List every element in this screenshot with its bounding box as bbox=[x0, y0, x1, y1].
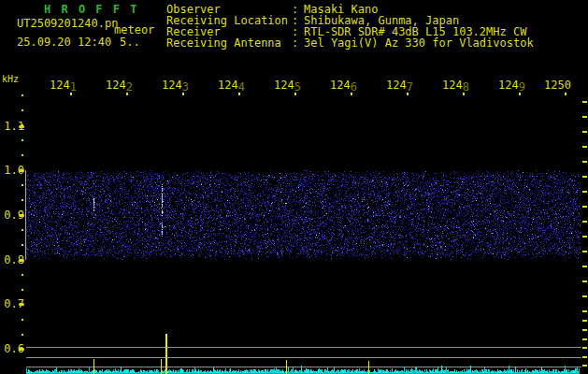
time-tick bbox=[519, 93, 521, 95]
time-label: 1243 bbox=[162, 79, 189, 91]
echo-counter: 5.. bbox=[120, 36, 140, 48]
right-tick bbox=[582, 176, 587, 178]
time-label: 1245 bbox=[274, 79, 301, 91]
app-title: H R O F F T bbox=[44, 4, 138, 15]
band-edge-marker bbox=[25, 170, 26, 260]
time-tick bbox=[182, 93, 184, 95]
freq-minor-tick bbox=[22, 124, 23, 126]
freq-minor-tick bbox=[22, 184, 23, 186]
level-line bbox=[26, 347, 581, 348]
time-label: 1246 bbox=[330, 79, 357, 91]
right-tick bbox=[582, 356, 587, 358]
time-label: 1242 bbox=[106, 79, 133, 91]
freq-minor-tick bbox=[22, 154, 23, 156]
freq-minor-tick bbox=[22, 274, 23, 276]
freq-minor-tick bbox=[22, 109, 23, 111]
level-line bbox=[26, 357, 581, 358]
time-tick bbox=[238, 93, 240, 95]
time-label: 1241 bbox=[50, 79, 77, 91]
right-tick bbox=[582, 295, 587, 297]
freq-minor-tick bbox=[22, 214, 23, 216]
meteor-spike bbox=[368, 361, 369, 374]
freq-minor-tick bbox=[22, 229, 23, 231]
right-tick bbox=[582, 365, 587, 367]
freq-major-tick bbox=[19, 348, 24, 351]
capture-filename: UT2509201240.pn bbox=[17, 18, 118, 29]
freq-minor-tick bbox=[22, 244, 23, 246]
time-label: 1244 bbox=[218, 79, 245, 91]
time-tick bbox=[351, 93, 352, 95]
time-tick bbox=[294, 93, 296, 95]
freq-minor-tick bbox=[22, 94, 23, 96]
right-tick bbox=[582, 221, 587, 223]
time-tick bbox=[565, 93, 566, 95]
hrofft-window: H R O F F T UT2509201240.pn meteor 25.09… bbox=[0, 0, 588, 374]
right-tick bbox=[582, 329, 587, 331]
freq-minor-tick bbox=[22, 169, 23, 171]
time-label: 1249 bbox=[498, 79, 525, 91]
right-tick bbox=[582, 347, 587, 349]
freq-axis-unit: kHz bbox=[2, 75, 19, 84]
time-label: 1247 bbox=[386, 79, 413, 91]
freq-minor-tick bbox=[22, 319, 23, 321]
signal-level-trace bbox=[26, 360, 580, 374]
freq-minor-tick bbox=[22, 139, 23, 141]
time-tick bbox=[407, 93, 409, 95]
station-value: 3el Yagi(V) Az 330 for Vladivostok bbox=[304, 37, 534, 49]
right-tick bbox=[582, 251, 587, 252]
meteor-spike bbox=[93, 359, 94, 374]
right-tick bbox=[582, 236, 587, 237]
right-tick bbox=[582, 338, 587, 340]
freq-minor-tick bbox=[22, 259, 23, 261]
right-tick bbox=[582, 280, 587, 282]
station-separator: : bbox=[292, 37, 298, 49]
meteor-spike bbox=[286, 360, 287, 374]
right-tick bbox=[582, 146, 587, 148]
right-tick bbox=[582, 266, 587, 267]
freq-minor-tick bbox=[22, 334, 23, 336]
station-label: Receiving Antenna bbox=[166, 37, 281, 49]
meteor-spike bbox=[165, 334, 167, 374]
freq-minor-tick bbox=[22, 199, 23, 201]
freq-minor-tick bbox=[22, 289, 23, 291]
time-label: 1248 bbox=[442, 79, 469, 91]
right-tick bbox=[582, 101, 587, 103]
right-tick bbox=[582, 310, 587, 312]
spectrogram-noise-band bbox=[26, 170, 581, 260]
right-tick bbox=[582, 191, 587, 193]
right-tick bbox=[582, 116, 587, 118]
meteor-spike bbox=[161, 359, 162, 374]
freq-minor-tick bbox=[22, 304, 23, 306]
time-label: 1250 bbox=[544, 79, 571, 91]
right-tick bbox=[582, 131, 587, 133]
right-tick bbox=[582, 320, 587, 322]
timestamp: 25.09.20 12:40 bbox=[17, 36, 111, 48]
time-tick bbox=[126, 93, 128, 95]
observation-label: meteor bbox=[114, 24, 154, 36]
time-tick bbox=[70, 93, 72, 95]
right-tick bbox=[582, 161, 587, 163]
time-tick bbox=[463, 93, 465, 95]
right-tick bbox=[582, 206, 587, 208]
